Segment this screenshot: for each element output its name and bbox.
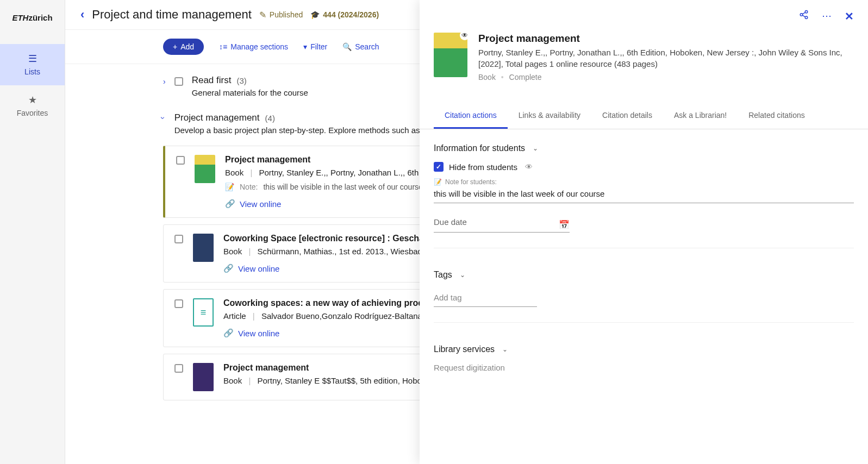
note-for-students-field[interactable]: this will be visible in the last week of… — [434, 186, 854, 203]
page-title: Project and time management — [92, 8, 252, 22]
note-label: Note: — [240, 183, 258, 191]
item-type: Book — [223, 376, 242, 385]
chevron-down-icon[interactable]: ⌄ — [460, 271, 465, 279]
panel-status: Complete — [509, 73, 542, 81]
item-checkbox[interactable] — [174, 299, 183, 308]
manage-sections-link[interactable]: ↕≡ Manage sections — [219, 42, 288, 51]
view-label: View online — [240, 199, 281, 209]
panel-body: Information for students ⌄ ✓ Hide from s… — [420, 129, 868, 423]
item-authors: Salvador Bueno,Gonzalo Rodríguez-Baltaná… — [261, 311, 438, 321]
item-checkbox[interactable] — [176, 156, 185, 165]
search-icon: 🔍 — [342, 42, 352, 51]
star-icon: ★ — [0, 94, 65, 106]
tab-related[interactable]: Related citations — [738, 103, 816, 129]
chevron-down-icon[interactable]: ⌄ — [533, 145, 538, 152]
logo-eth: ETH — [12, 13, 28, 22]
hide-checkbox[interactable]: ✓ — [434, 162, 444, 172]
link-icon: 🔗 — [225, 199, 235, 209]
link-icon: 🔗 — [223, 328, 234, 338]
item-checkbox[interactable] — [174, 364, 183, 373]
item-type: Book — [223, 247, 242, 256]
tab-details[interactable]: Citation details — [591, 103, 663, 129]
tab-links[interactable]: Links & availability — [508, 103, 591, 129]
view-label: View online — [238, 329, 279, 338]
chevron-down-icon[interactable]: › — [159, 117, 170, 120]
nav-favorites[interactable]: ★ Favorites — [0, 85, 65, 127]
status-text: Published — [270, 10, 303, 19]
item-type: Book — [225, 168, 243, 177]
due-date-input[interactable] — [434, 214, 551, 230]
filter-label: Filter — [310, 42, 327, 51]
search-link[interactable]: 🔍 Search — [342, 42, 379, 51]
citation-detail-panel: ⋯ ✕ 👁 Project management Portny, Stanley… — [420, 0, 868, 464]
svg-point-2 — [805, 16, 808, 19]
item-authors: Portny, Stanley E $$Taut$$, 5th edition,… — [257, 376, 435, 385]
tab-ask[interactable]: Ask a Librarian! — [663, 103, 738, 129]
add-button[interactable]: + Add — [163, 39, 204, 55]
eye-off-icon: 👁 — [525, 162, 533, 171]
svg-line-4 — [802, 12, 805, 14]
filter-icon: ▾ — [303, 42, 307, 51]
section-count: (3) — [236, 76, 246, 85]
more-icon[interactable]: ⋯ — [822, 10, 832, 23]
plus-icon: + — [173, 42, 177, 51]
chevron-right-icon[interactable]: › — [163, 75, 166, 86]
item-thumbnail — [195, 155, 215, 183]
panel-type: Book — [478, 73, 496, 81]
section-count: (4) — [265, 114, 275, 123]
sidebar: ETHzürich ☰ Lists ★ Favorites — [0, 0, 65, 464]
manage-label: Manage sections — [230, 42, 288, 51]
add-label: Add — [180, 42, 194, 51]
svg-point-0 — [805, 11, 808, 14]
filter-link[interactable]: ▾ Filter — [303, 42, 327, 51]
add-tag-input[interactable] — [434, 289, 537, 307]
item-thumbnail: ≡ — [193, 298, 214, 327]
svg-line-3 — [802, 15, 805, 17]
item-checkbox[interactable] — [174, 235, 183, 243]
section-desc: General materials for the course — [192, 88, 308, 97]
panel-actions: ⋯ ✕ — [420, 0, 868, 27]
search-label: Search — [355, 42, 379, 51]
note-icon: 📝 — [225, 183, 234, 191]
nav-favorites-label: Favorites — [17, 109, 48, 117]
panel-tabs: Citation actions Links & availability Ci… — [420, 103, 868, 129]
view-label: View online — [238, 264, 279, 273]
main: ‹ Project and time management ✎ Publishe… — [65, 0, 868, 464]
svg-point-1 — [800, 14, 803, 16]
section-checkbox[interactable] — [174, 77, 183, 86]
panel-thumbnail: 👁 — [434, 33, 467, 77]
term-text: 444 (2024/2026) — [323, 10, 379, 19]
published-icon: ✎ — [259, 10, 266, 20]
nav-lists-label: Lists — [24, 67, 40, 76]
close-icon[interactable]: ✕ — [845, 10, 854, 23]
item-type: Article — [223, 311, 246, 321]
info-header: Information for students — [434, 143, 525, 153]
library-header: Library services — [434, 344, 495, 354]
hidden-badge-icon: 👁 — [460, 30, 470, 40]
share-icon[interactable] — [799, 10, 809, 23]
term-badge: 🎓 444 (2024/2026) — [310, 10, 379, 19]
graduation-icon: 🎓 — [310, 10, 320, 19]
tab-citation-actions[interactable]: Citation actions — [434, 103, 508, 129]
info-for-students: Information for students ⌄ ✓ Hide from s… — [434, 143, 854, 248]
note-icon: 📝 — [434, 178, 442, 186]
item-thumbnail — [193, 363, 214, 391]
library-services-section: Library services ⌄ Request digitization — [434, 344, 854, 387]
section-title: Project management — [174, 112, 260, 123]
nav-lists[interactable]: ☰ Lists — [0, 44, 65, 85]
note-label-text: Note for students: — [445, 178, 497, 186]
calendar-icon[interactable]: 📅 — [559, 220, 570, 230]
item-thumbnail — [193, 234, 214, 262]
item-authors: Portny, Stanley E.,, Portny, Jonathan L.… — [259, 168, 436, 177]
note-text: this will be visible in the last week of… — [263, 183, 422, 191]
back-button[interactable]: ‹ — [80, 8, 84, 22]
panel-citation: Portny, Stanley E.,, Portny, Jonathan L.… — [478, 47, 854, 70]
panel-type-row: Book • Complete — [478, 73, 854, 81]
tags-section: Tags ⌄ — [434, 270, 854, 323]
request-digitization-link[interactable]: Request digitization — [434, 363, 854, 372]
logo: ETHzürich — [12, 13, 52, 22]
list-icon: ☰ — [0, 53, 65, 65]
chevron-down-icon[interactable]: ⌄ — [502, 346, 508, 353]
section-desc: Develop a basic project plan step-by-ste… — [174, 126, 449, 135]
panel-title: Project management — [478, 33, 854, 45]
